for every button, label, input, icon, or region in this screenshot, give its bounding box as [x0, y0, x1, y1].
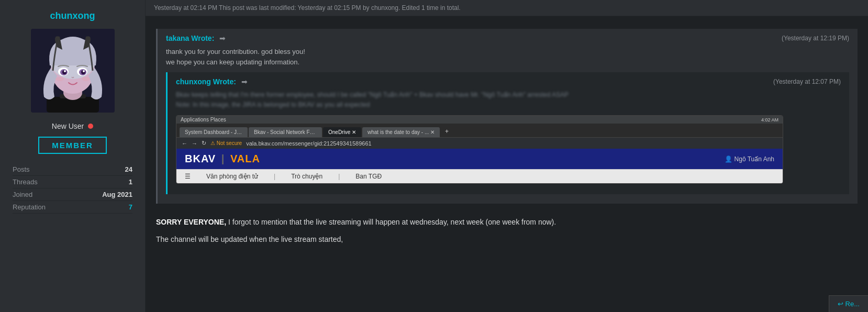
stat-reputation: Reputation 7	[13, 201, 132, 214]
inner-quote-timestamp: (Yesterday at 12:07 PM)	[773, 78, 841, 85]
avatar	[31, 29, 115, 113]
browser-new-tab-button[interactable]: +	[441, 126, 453, 137]
nav-separator-2: |	[338, 173, 340, 180]
stat-reputation-label: Reputation	[13, 203, 46, 211]
bkav-logo: BKAV | VALA	[185, 153, 260, 165]
nav-van-phong[interactable]: ☰	[185, 173, 191, 180]
sidebar: chunxong	[0, 0, 146, 312]
browser-tab-date[interactable]: what is the date to day - ... ✕	[362, 127, 440, 137]
inner-quote-author: chunxong Wrote: ➡	[176, 77, 248, 86]
role-dot	[88, 124, 93, 129]
outer-quote: takana Wrote: ➡ (Yesterday at 12:19 PM) …	[156, 29, 858, 204]
post-header: Yesterday at 02:14 PM This post was last…	[146, 0, 868, 16]
stat-posts-label: Posts	[13, 165, 30, 173]
svg-point-16	[55, 77, 64, 81]
stat-posts-value: 24	[125, 165, 132, 173]
stat-posts: Posts 24	[13, 163, 132, 176]
inner-quote: chunxong Wrote: ➡ (Yesterday at 12:07 PM…	[166, 72, 849, 194]
stat-joined: Joined Aug 2021	[13, 188, 132, 201]
svg-point-17	[82, 77, 90, 81]
browser-apps-places: Applications Places	[181, 117, 226, 122]
outer-quote-author: takana Wrote: ➡	[166, 34, 226, 42]
outer-quote-line-1: thank you for your contribution. god ble…	[166, 47, 849, 57]
browser-system-bar: Applications Places 4:02 AM	[176, 116, 783, 124]
inner-quote-arrow: ➡	[241, 77, 248, 86]
post-paragraph-2: The channel will be updated when the liv…	[156, 233, 858, 245]
browser-tab-bkav[interactable]: Bkav - Social Network For... ✕	[249, 127, 322, 137]
bkav-app-header: BKAV | VALA 👤 Ngô Tuấn Anh	[176, 149, 783, 169]
bkav-separator: |	[221, 153, 225, 164]
nav-tro-chuyen[interactable]: Trò chuyện	[291, 173, 322, 180]
nav-back[interactable]: ←	[182, 140, 187, 147]
bkav-name: BKAV	[185, 153, 216, 164]
system-icons: 4:02 AM	[761, 117, 778, 122]
outer-quote-timestamp: (Yesterday at 12:19 PM)	[782, 35, 849, 42]
browser-tab-onedrive[interactable]: OneDrive ✕	[323, 127, 361, 137]
main-content: Yesterday at 02:14 PM This post was last…	[146, 0, 868, 312]
bkav-nav-bar: ☰ Văn phòng điện tử | Trò chuyện | Ban T…	[176, 169, 783, 183]
post-paragraph-1: SORRY EVERYONE, I forgot to mention that…	[156, 216, 858, 228]
post-main-text: SORRY EVERYONE, I forgot to mention that…	[156, 208, 858, 245]
blurred-line-2: Note: In this image, the JIRA is belonge…	[176, 100, 841, 110]
outer-quote-text: thank you for your contribution. god ble…	[166, 47, 849, 67]
nav-ban-tgd[interactable]: Ban TGĐ	[355, 173, 382, 180]
nav-refresh[interactable]: ↻	[202, 140, 206, 147]
stat-joined-value: Aug 2021	[102, 191, 132, 198]
stat-joined-label: Joined	[13, 191, 32, 198]
nav-forward[interactable]: →	[192, 140, 197, 147]
vala-name: VALA	[230, 153, 260, 164]
outer-author-name: takana Wrote:	[166, 34, 214, 42]
post-timestamp: Yesterday at 02:14 PM This post was last…	[154, 4, 461, 12]
inner-author-name: chunxong Wrote:	[176, 77, 236, 86]
reply-arrow-icon: ↩	[838, 300, 843, 308]
stat-threads-label: Threads	[13, 178, 38, 186]
reply-button[interactable]: ↩ Re...	[829, 295, 868, 312]
outer-quote-line-2: we hope you can keep updating informatio…	[166, 57, 849, 68]
browser-screenshot: Applications Places 4:02 AM System Dashb…	[176, 115, 783, 184]
blurred-line-1: Bkav keeps telling that I'm there former…	[176, 90, 841, 100]
svg-point-14	[64, 70, 66, 72]
role-label: New User	[52, 122, 84, 130]
inner-quote-blurred-text: Bkav keeps telling that I'm there former…	[176, 90, 841, 110]
outer-quote-header: takana Wrote: ➡ (Yesterday at 12:19 PM)	[166, 34, 849, 42]
browser-tab-bar: System Dashboard - JIRA ✕ Bkav - Social …	[176, 124, 783, 137]
stat-threads: Threads 1	[13, 176, 132, 188]
user-avatar-bkav: 👤 Ngô Tuấn Anh	[725, 155, 774, 163]
url-text: vala.bkav.com/messenger/gid:212549341589…	[246, 140, 372, 147]
nav-van-phong-label[interactable]: Văn phòng điện tử	[206, 173, 258, 180]
browser-tab-jira[interactable]: System Dashboard - JIRA ✕	[180, 127, 248, 137]
reply-label: Re...	[845, 300, 860, 308]
browser-url-bar: ← → ↻ ⚠ Not secure vala.bkav.com/messeng…	[176, 137, 783, 149]
username: chunxong	[50, 10, 95, 21]
sorry-bold: SORRY EVERYONE,	[156, 218, 226, 226]
user-role-container: New User	[0, 122, 145, 130]
stat-threads-value: 1	[129, 178, 132, 186]
stat-reputation-value: 7	[129, 203, 132, 211]
svg-point-15	[83, 70, 85, 72]
inner-quote-header: chunxong Wrote: ➡ (Yesterday at 12:07 PM…	[176, 77, 841, 86]
stats-section: Posts 24 Threads 1 Joined Aug 2021 Reput…	[0, 163, 145, 214]
member-badge: MEMBER	[38, 137, 107, 154]
outer-quote-arrow: ➡	[219, 34, 226, 42]
nav-separator-1: |	[274, 173, 275, 180]
not-secure-label: ⚠ Not secure	[210, 140, 242, 146]
bkav-header-right: 👤 Ngô Tuấn Anh	[725, 155, 774, 163]
post-body: takana Wrote: ➡ (Yesterday at 12:19 PM) …	[146, 16, 868, 259]
clock-display: 4:02 AM	[761, 117, 778, 122]
